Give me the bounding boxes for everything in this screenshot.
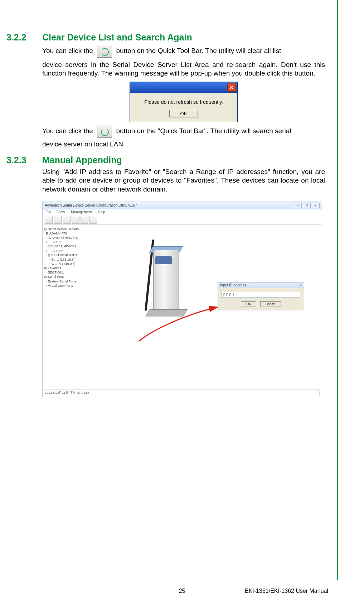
device-tree[interactable]: ⊟ Serial Device Servers ⊟ ADAM-4570 □ AD… bbox=[43, 225, 110, 389]
text-fragment: You can click the bbox=[42, 47, 95, 54]
content-canvas: Input IP address × 0.0.0.1 OK Cancel bbox=[110, 225, 322, 389]
section-322-paragraph-4: device server on local LAN. bbox=[42, 140, 325, 149]
input-ip-dialog: Input IP address × 0.0.0.1 OK Cancel bbox=[218, 282, 304, 310]
close-button[interactable]: × bbox=[312, 203, 320, 208]
window-title: Advantech Serial Device Server Configura… bbox=[45, 203, 137, 207]
tree-node[interactable]: ◦ WLAN 1 (10.0.5) bbox=[44, 262, 108, 266]
text-fragment: button on the Quick Tool Bar. The utilit… bbox=[116, 47, 281, 54]
section-322-paragraph-3: You can click the button on the "Quick T… bbox=[42, 125, 325, 138]
maximize-button[interactable]: □ bbox=[303, 203, 311, 208]
configuration-utility-window: Advantech Serial Device Server Configura… bbox=[42, 202, 322, 397]
window-titlebar: Advantech Serial Device Server Configura… bbox=[43, 202, 322, 209]
close-icon[interactable]: × bbox=[300, 283, 302, 287]
tree-node[interactable]: ◦ Virtual Com Ports bbox=[44, 284, 108, 288]
section-number-322: 3.2.2 bbox=[6, 32, 42, 43]
status-bar: 2013年10月11日 下午 07:04:58 bbox=[43, 389, 322, 397]
tree-node[interactable]: ◦ SECTION1 bbox=[44, 270, 108, 275]
ok-button[interactable]: OK bbox=[241, 301, 256, 306]
ip-address-input[interactable]: 0.0.0.1 bbox=[222, 292, 300, 298]
resize-grip-icon[interactable] bbox=[314, 391, 320, 396]
search-toolbar-icon bbox=[97, 125, 112, 138]
close-icon[interactable]: ✕ bbox=[227, 83, 236, 92]
tree-node[interactable]: ⊟ Serial Device Servers bbox=[44, 227, 108, 231]
section-title-322: Clear Device List and Search Again bbox=[42, 32, 192, 43]
section-title-323: Manual Appending bbox=[42, 155, 122, 165]
tree-node[interactable]: ⊟ EKI-1362-F029E9 bbox=[44, 253, 108, 257]
menu-view[interactable]: View bbox=[57, 210, 65, 214]
menu-file[interactable]: File bbox=[45, 210, 51, 214]
ip-dialog-title: Input IP address bbox=[220, 283, 246, 287]
tree-node[interactable]: ◦ Eth 1 (172.18.3.) bbox=[44, 257, 108, 262]
toolbar-btn-6[interactable] bbox=[89, 216, 97, 224]
section-323-paragraph-1: Using "Add IP address to Favorite" or "S… bbox=[42, 168, 325, 194]
toolbar-btn-3[interactable] bbox=[63, 216, 71, 224]
page-footer: 25 EKI-1361/EKI-1362 User Manual bbox=[0, 588, 364, 594]
toolbar-btn-1[interactable] bbox=[45, 216, 53, 224]
dialog-titlebar: ✕ bbox=[130, 82, 237, 93]
tree-node[interactable]: ⊟ Serial Ports bbox=[44, 275, 108, 279]
tree-node[interactable]: ◦ System Serial Ports bbox=[44, 279, 108, 284]
section-322-paragraph-2: device servers in the Serial Device Serv… bbox=[42, 60, 325, 78]
ok-button[interactable]: OK bbox=[169, 110, 198, 117]
status-timestamp: 2013年10月11日 下午 07:04:58 bbox=[45, 391, 89, 396]
clear-search-toolbar-icon bbox=[97, 45, 112, 58]
minimize-button[interactable]: – bbox=[294, 203, 302, 208]
device-illustration bbox=[142, 239, 185, 318]
tree-node[interactable]: ⊟ ADAM-4570 bbox=[44, 231, 108, 236]
tree-node[interactable]: □ ADAM-4570-8c77C bbox=[44, 236, 108, 240]
page-number: 25 bbox=[139, 588, 225, 594]
section-number-323: 3.2.3 bbox=[6, 155, 42, 165]
toolbar bbox=[43, 215, 322, 225]
tree-node[interactable]: □ EKI-1321-F580B9 bbox=[44, 244, 108, 248]
toolbar-btn-search-icon[interactable] bbox=[72, 216, 79, 224]
menu-management[interactable]: Management bbox=[71, 210, 92, 214]
tree-node[interactable]: ⊞ Favorites bbox=[44, 266, 108, 270]
menu-bar: File View Management Help bbox=[43, 209, 322, 215]
ip-dialog-titlebar: Input IP address × bbox=[218, 282, 304, 288]
document-title: EKI-1361/EKI-1362 User Manual bbox=[245, 588, 328, 594]
section-322-paragraph-1: You can click the button on the Quick To… bbox=[42, 45, 325, 58]
tree-node[interactable]: ⊟ EKI-1362 bbox=[44, 249, 108, 253]
page-right-rule bbox=[337, 0, 338, 580]
toolbar-btn-5[interactable] bbox=[81, 216, 88, 224]
menu-help[interactable]: Help bbox=[98, 210, 105, 214]
tree-node[interactable]: ⊟ EKI-1321 bbox=[44, 240, 108, 244]
dialog-message: Please do not refresh so frequently. bbox=[130, 93, 237, 110]
text-fragment: You can click the bbox=[42, 127, 95, 135]
cancel-button[interactable]: Cancel bbox=[260, 301, 281, 306]
text-fragment: button on the "Quick Tool Bar". The util… bbox=[116, 127, 291, 135]
warning-dialog: ✕ Please do not refresh so frequently. O… bbox=[130, 82, 238, 122]
toolbar-btn-2[interactable] bbox=[54, 216, 62, 224]
